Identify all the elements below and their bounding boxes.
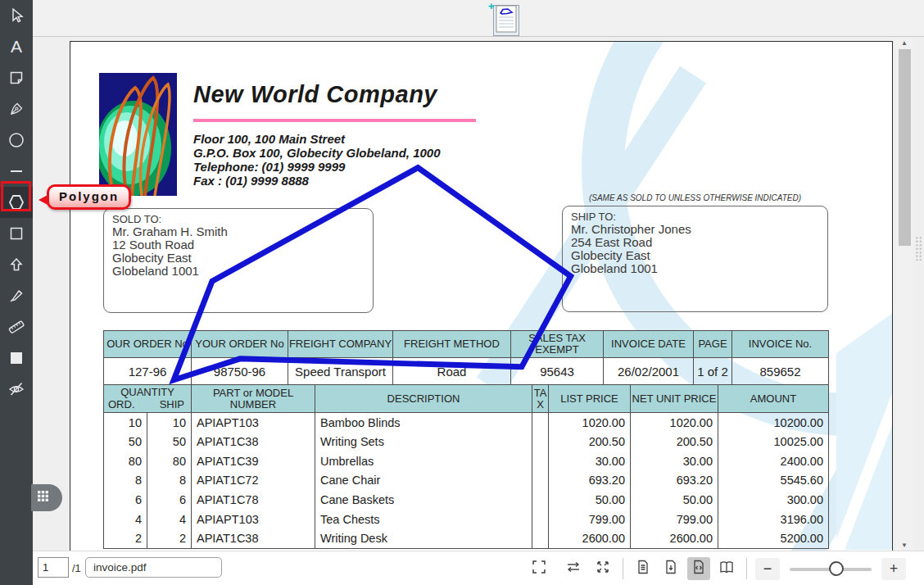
item-list-price: 30.00 xyxy=(549,451,631,471)
book-view-button[interactable] xyxy=(715,557,738,580)
ship-label: SHIP xyxy=(160,399,184,410)
select-cursor-tool[interactable] xyxy=(0,0,33,31)
item-row: 1010APIAPT103Bamboo Blinds1020.001020.00… xyxy=(104,413,829,433)
order-value: 98750-96 xyxy=(192,358,288,385)
address-line: G.P.O. Box 100, Globecity Globeland, 100… xyxy=(193,146,441,160)
vertical-scrollbar[interactable]: ▲ ▼ xyxy=(895,38,913,551)
item-qty-ord: 6 xyxy=(104,490,147,510)
continuous-page-icon xyxy=(664,560,677,578)
polygon-tooltip: Polygon xyxy=(47,184,131,210)
item-row: 5050APIAT1C38Writing Sets200.50200.50100… xyxy=(104,432,829,451)
order-value: 127-96 xyxy=(104,358,192,385)
order-header: YOUR ORDER No xyxy=(192,331,288,358)
ship-to-box: SHIP TO: Mr. Christopher Jones 254 East … xyxy=(562,206,828,312)
fullscreen-button[interactable] xyxy=(528,557,550,580)
item-list-price: 693.20 xyxy=(549,471,631,491)
filename-input[interactable] xyxy=(85,557,222,578)
highlighter-tool[interactable] xyxy=(0,280,33,311)
order-value: Road xyxy=(393,358,511,385)
polygon-icon xyxy=(7,193,26,212)
sold-to-label: SOLD TO: xyxy=(112,213,365,225)
item-amount: 300.00 xyxy=(718,490,829,510)
sold-to-line: Globecity East xyxy=(112,252,365,265)
item-list-price: 200.50 xyxy=(549,432,631,451)
scroll-up-icon[interactable]: ▲ xyxy=(895,39,913,47)
item-part: APIAT1C72 xyxy=(192,471,315,491)
filled-rectangle-tool[interactable] xyxy=(0,342,33,374)
pen-icon xyxy=(8,101,25,117)
code-page-icon xyxy=(692,560,705,578)
item-amount: 10025.00 xyxy=(718,432,829,451)
item-description: Tea Chests xyxy=(315,510,532,529)
bottom-bar: /1 − + xyxy=(33,551,924,585)
organize-pages-tab[interactable] xyxy=(31,484,62,511)
single-page-view-button[interactable] xyxy=(632,557,654,580)
ruler-tool[interactable] xyxy=(0,311,33,342)
sticky-note-tool[interactable] xyxy=(0,62,33,93)
company-name: New World Company xyxy=(193,81,437,108)
text-tool[interactable]: A xyxy=(0,31,33,62)
polygon-tool[interactable] xyxy=(0,187,33,218)
scroll-down-icon[interactable]: ▼ xyxy=(895,542,913,549)
item-part: APIAPT103 xyxy=(192,413,315,433)
item-list-price: 2600.00 xyxy=(549,529,631,549)
continuous-view-button[interactable] xyxy=(659,557,682,580)
highlighter-icon xyxy=(8,288,25,304)
ship-to-note: (SAME AS SOLD TO UNLESS OTHERWISE INDICA… xyxy=(562,193,828,202)
grid-icon xyxy=(37,490,49,506)
arrow-up-icon xyxy=(8,256,25,273)
order-value: 1 of 2 xyxy=(694,358,732,385)
item-tax xyxy=(532,451,549,471)
item-qty-ship: 50 xyxy=(147,432,192,451)
item-qty-ship: 8 xyxy=(147,471,192,491)
zoom-out-button[interactable]: − xyxy=(755,558,780,580)
item-description: Umbrellas xyxy=(315,451,532,471)
item-description: Writing Sets xyxy=(315,432,532,451)
ink-pen-tool[interactable] xyxy=(0,93,33,125)
sold-to-line: Globeland 1001 xyxy=(112,265,365,278)
page-thumbnail-icon xyxy=(496,5,517,36)
item-row: 88APIAT1C72Cane Chair693.20693.205545.60 xyxy=(104,471,829,491)
ellipse-tool[interactable] xyxy=(0,125,33,156)
cursor-icon xyxy=(8,7,25,24)
ruler-icon xyxy=(7,318,25,336)
order-value: 26/02/2001 xyxy=(604,358,694,385)
top-bar: ✚ xyxy=(33,0,924,37)
item-qty-ship: 10 xyxy=(147,413,192,433)
panel-resize-grip[interactable] xyxy=(915,236,922,261)
rectangle-tool[interactable] xyxy=(0,218,33,249)
note-icon xyxy=(8,70,25,86)
item-qty-ord: 2 xyxy=(104,529,147,549)
description-header: DESCRIPTION xyxy=(315,385,532,413)
code-page-view-button[interactable] xyxy=(687,557,710,580)
address-line: Floor 100, 100 Main Street xyxy=(193,132,441,146)
part-header: PART or MODEL NUMBER xyxy=(192,385,315,413)
fit-page-button[interactable] xyxy=(591,557,614,580)
filled-square-icon xyxy=(8,350,25,366)
line-tool[interactable] xyxy=(0,156,33,187)
item-qty-ord: 10 xyxy=(104,413,147,433)
tooltip-label: Polygon xyxy=(59,189,119,203)
fit-width-button[interactable] xyxy=(562,557,585,580)
sold-to-line: Mr. Graham H. Smith xyxy=(112,225,365,238)
zoom-in-button[interactable]: + xyxy=(881,558,906,580)
quantity-header: QUANTITY ORD. SHIP xyxy=(104,385,192,413)
order-header: SALES TAX EXEMPT xyxy=(511,331,604,358)
item-net-unit: 200.50 xyxy=(631,432,718,451)
ship-to-line: Globeland 1001 xyxy=(571,262,819,275)
item-description: Bamboo Blinds xyxy=(315,413,532,433)
ship-to-line: Globecity East xyxy=(571,249,819,262)
item-qty-ship: 6 xyxy=(147,490,192,510)
item-list-price: 799.00 xyxy=(549,510,631,529)
page-thumbnail[interactable] xyxy=(493,5,519,36)
zoom-slider[interactable] xyxy=(790,558,872,580)
item-tax xyxy=(532,490,549,510)
scrollbar-thumb[interactable] xyxy=(899,49,911,246)
page-number-input[interactable] xyxy=(38,557,69,578)
arrow-tool[interactable] xyxy=(0,249,33,280)
book-icon xyxy=(718,560,735,578)
hide-annotations-tool[interactable] xyxy=(0,374,33,405)
item-amount: 5200.00 xyxy=(718,529,829,549)
zoom-slider-knob[interactable] xyxy=(829,561,844,576)
fit-width-icon xyxy=(565,560,582,577)
